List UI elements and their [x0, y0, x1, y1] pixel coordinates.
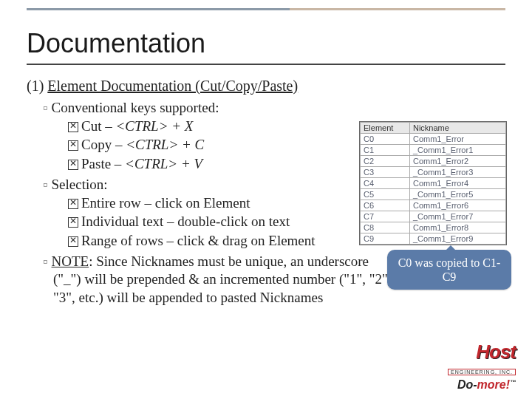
table-row: C8Comm1_Error8 — [361, 222, 506, 233]
key-label: Copy – — [81, 137, 126, 152]
key-combo: <CTRL> + C — [126, 137, 204, 152]
logo-engineering: ENGINEERING, INC. — [448, 369, 516, 375]
sel-text: Range of rows – click & drag on Element — [81, 233, 316, 248]
table-cell: _Comm1_Error7 — [409, 211, 505, 222]
table-cell: _Comm1_Error3 — [409, 167, 505, 178]
table-cell: C3 — [361, 167, 410, 178]
key-combo: <CTRL> + X — [115, 118, 193, 134]
sel-text: Individual text – double-click on text — [81, 214, 290, 229]
bullet-note: NOTE: Since Nicknames must be unique, an… — [43, 253, 398, 307]
table-row: C4Comm1_Error4 — [361, 178, 506, 189]
table-cell: C1 — [361, 145, 410, 156]
note-text: : Since Nicknames must be unique, an und… — [53, 253, 392, 305]
table-cell: C4 — [361, 178, 410, 189]
table-cell: Comm1_Error — [409, 134, 505, 145]
table-cell: C6 — [361, 200, 410, 211]
accent-line — [27, 6, 505, 15]
table-cell: _Comm1_Error1 — [409, 145, 505, 156]
logo-do: Do- — [457, 378, 477, 391]
element-nickname-table: Element Nickname C0Comm1_ErrorC1_Comm1_E… — [359, 121, 507, 245]
table-cell: Comm1_Error4 — [409, 178, 505, 189]
table-cell: C2 — [361, 156, 410, 167]
slide: Documentation (1) Element Documentation … — [0, 0, 532, 399]
table-cell: C7 — [361, 211, 410, 222]
table-row: C0Comm1_Error — [361, 134, 506, 145]
table-cell: Comm1_Error6 — [409, 200, 505, 211]
table-row: C5_Comm1_Error5 — [361, 189, 506, 200]
table-cell: C5 — [361, 189, 410, 200]
bullet-keys-supported: Conventional keys supported: — [43, 99, 505, 117]
table-row: C9_Comm1_Error9 — [361, 233, 506, 245]
key-label: Paste – — [81, 156, 125, 171]
table-cell: C9 — [361, 233, 410, 245]
bullet-icon — [68, 160, 78, 170]
table-row: C6Comm1_Error6 — [361, 200, 506, 211]
bullet-icon — [68, 199, 78, 209]
col-element: Element — [361, 123, 410, 134]
table-row: C7_Comm1_Error7 — [361, 211, 506, 222]
section-number: (1) — [27, 78, 44, 94]
title-rule — [27, 64, 505, 65]
sel-text: Entire row – click on Element — [81, 195, 250, 211]
bullet-icon — [68, 122, 78, 132]
section-heading: (1) Element Documentation (Cut/Copy/Past… — [27, 77, 505, 96]
table-cell: C8 — [361, 222, 410, 233]
table-cell: Comm1_Error2 — [409, 156, 505, 167]
logo-domore: Do-more!™ — [448, 378, 516, 392]
bullet-icon — [68, 217, 78, 228]
note-label: NOTE — [52, 253, 89, 269]
key-label: Cut – — [81, 118, 115, 134]
selection-head-text: Selection: — [52, 177, 108, 192]
table-cell: _Comm1_Error5 — [409, 189, 505, 200]
page-title: Documentation — [27, 28, 505, 59]
table-cell: C0 — [361, 134, 410, 145]
table-cell: _Comm1_Error9 — [409, 233, 505, 245]
logo-more: more! — [477, 378, 510, 391]
logo-tm: ™ — [510, 379, 516, 386]
table-row: C1_Comm1_Error1 — [361, 145, 506, 156]
logo-host: Host — [448, 341, 516, 364]
bullet-icon — [68, 140, 78, 151]
brand-logo: Host ENGINEERING, INC. Do-more!™ — [448, 341, 516, 392]
table-cell: Comm1_Error8 — [409, 222, 505, 233]
bullet-icon — [68, 236, 78, 247]
table-row: C3_Comm1_Error3 — [361, 167, 506, 178]
keys-head-text: Conventional keys supported: — [52, 100, 219, 115]
table-row: C2Comm1_Error2 — [361, 156, 506, 167]
key-combo: <CTRL> + V — [125, 156, 202, 171]
section-title: Element Documentation (Cut/Copy/Paste) — [47, 78, 298, 94]
col-nickname: Nickname — [409, 123, 505, 134]
callout-bubble: C0 was copied to C1-C9 — [387, 250, 511, 290]
